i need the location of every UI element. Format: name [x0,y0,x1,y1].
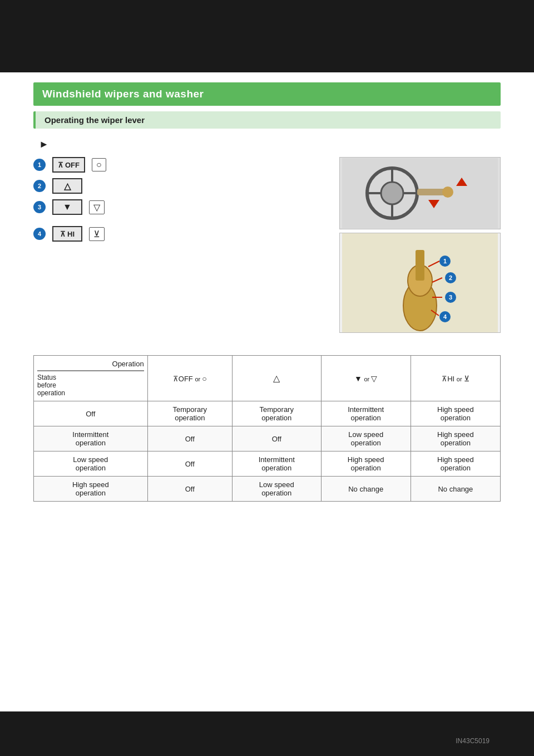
ctrl-box-4: ⊼ HI [52,226,82,242]
data-cell-r1-c2: Low speedoperation [321,426,411,451]
svg-point-2 [381,182,403,204]
section-header: Windshield wipers and washer [33,82,501,106]
status-before-label: Statusbeforeoperation [37,374,144,397]
status-cell-2: Low speedoperation [34,451,148,477]
svg-text:2: 2 [449,274,452,281]
section-title: Windshield wipers and washer [42,88,204,100]
ctrl-sym-4a: ⊼ [60,230,66,238]
svg-point-8 [442,186,453,198]
data-cell-r0-c2: Intermittentoperation [321,401,411,426]
data-cell-r1-c1: Off [232,426,321,451]
svg-text:1: 1 [443,258,447,264]
col-sym-4b: ⊻ [464,374,469,383]
svg-text:3: 3 [449,294,452,301]
table-row: Low speedoperationOffIntermittentoperati… [34,451,501,477]
image-area: 1 2 3 4 [339,157,501,333]
lever-detail-image: 1 2 3 4 [339,233,501,333]
operation-table: Operation Statusbeforeoperation ⊼OFF or … [33,355,501,502]
data-cell-r3-c3: No change [411,477,500,502]
data-cell-r0-c1: Temporaryoperation [232,401,321,426]
data-cell-r2-c1: Intermittentoperation [232,451,321,477]
col-sym-3b: ▽ [371,374,377,383]
col-sym-4a: ⊼HI [442,375,454,383]
status-cell-0: Off [34,401,148,426]
controls-list: 1 ⊼ OFF ○ 2 △ 3 [33,157,334,333]
badge-2: 2 [33,180,46,192]
ctrl-extra-4: ⊻ [89,227,105,241]
data-cell-r3-c1: Low speedoperation [232,477,321,502]
operation-label: Operation [37,360,144,368]
control-item-3: 3 ▼ ▽ [33,199,334,215]
data-cell-r2-c2: High speedoperation [321,451,411,477]
ctrl-label-4: HI [67,230,75,238]
control-item-2: 2 △ [33,178,334,194]
ctrl-box-2: △ [52,178,82,194]
sub-header: Operating the wiper lever [33,111,501,129]
steering-diagram-svg [342,158,498,228]
ctrl-box-3: ▼ [52,199,82,215]
table-wrapper: Operation Statusbeforeoperation ⊼OFF or … [33,343,501,502]
lever-detail-svg: 1 2 3 4 [342,233,498,332]
badge-3: 3 [33,201,46,213]
page: Windshield wipers and washer Operating t… [0,0,534,756]
sub-title: Operating the wiper lever [44,115,145,125]
data-cell-r0-c3: High speedoperation [411,401,500,426]
col-sym-3a: ▼ [354,374,362,383]
bottom-bar: IN43C5019 [0,711,534,756]
ctrl-extra-1: ○ [92,158,106,171]
table-row: IntermittentoperationOffOffLow speedoper… [34,426,501,451]
col-sym-2: △ [273,374,280,383]
col-header-1: ⊼OFF or ○ [147,356,232,401]
col-sym-1: ⊼OFF [173,375,193,383]
col-header-4: ⊼HI or ⊻ [411,356,500,401]
ctrl-extra-3: ▽ [89,200,105,214]
steering-wheel-image [339,157,501,229]
svg-rect-14 [416,250,424,281]
ctrl-label-3: ▼ [63,202,72,212]
ctrl-box-1: ⊼ OFF [52,157,85,173]
ctrl-sym-1a: ⊼ [58,161,63,169]
status-cell-1: Intermittentoperation [34,426,148,451]
badge-4: 4 [33,228,46,240]
ctrl-label-1: OFF [65,161,80,169]
data-cell-r1-c3: High speedoperation [411,426,500,451]
control-item-1: 1 ⊼ OFF ○ [33,157,334,173]
data-cell-r2-c0: Off [147,451,232,477]
table-corner-header: Operation Statusbeforeoperation [34,356,148,401]
data-cell-r1-c0: Off [147,426,232,451]
top-bar [0,0,534,72]
status-cell-3: High speedoperation [34,477,148,502]
ctrl-label-2: △ [64,181,71,192]
control-item-4: 4 ⊼ HI ⊻ [33,226,334,242]
table-row: OffTemporaryoperationTemporaryoperationI… [34,401,501,426]
data-cell-r2-c3: High speedoperation [411,451,500,477]
col-header-3: ▼ or ▽ [321,356,411,401]
badge-1: 1 [33,159,46,171]
two-col-layout: 1 ⊼ OFF ○ 2 △ 3 [33,157,501,333]
table-row: High speedoperationOffLow speedoperation… [34,477,501,502]
col-sym-1b: ○ [202,374,206,383]
data-cell-r0-c0: Temporaryoperation [147,401,232,426]
arrow-bullet: ► [39,139,501,150]
data-cell-r3-c0: Off [147,477,232,502]
col-header-2: △ [232,356,321,401]
content-area: ► 1 ⊼ OFF ○ 2 △ [33,139,501,502]
data-cell-r3-c2: No change [321,477,411,502]
watermark: IN43C5019 [456,737,490,745]
svg-text:4: 4 [443,313,447,320]
